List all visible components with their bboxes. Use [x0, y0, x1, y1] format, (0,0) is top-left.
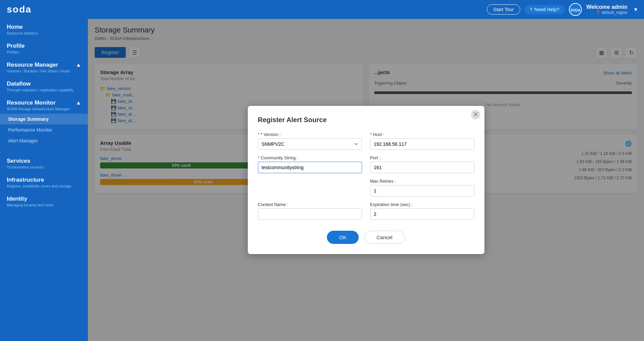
soda-brand-logo: SODA: [569, 3, 582, 16]
register-alert-source-modal: ✕ Register Alert Source * * Version : SN…: [248, 106, 484, 254]
host-input[interactable]: [370, 138, 474, 150]
header: soda Start Tour ? Need Help? SODA Welcom…: [0, 0, 644, 19]
header-actions: Start Tour ? Need Help? SODA Welcome adm…: [487, 3, 637, 16]
modal-overlay: ✕ Register Alert Source * * Version : SN…: [88, 19, 644, 341]
community-string-input[interactable]: [258, 162, 362, 173]
sidebar-item-identity[interactable]: Identity Managing tenants and users: [0, 191, 88, 210]
user-menu-chevron[interactable]: ▾: [634, 6, 637, 13]
sidebar-item-dataflow[interactable]: Dataflow Through migration / replication…: [0, 76, 88, 95]
modal-actions: OK Cancel: [258, 231, 474, 244]
max-retries-group: Max Retries :: [370, 179, 474, 197]
sidebar-item-resource-monitor[interactable]: Resource Monitor ▲ SODA Storage Infrastr…: [0, 95, 88, 114]
community-string-group: * Community String :: [258, 155, 362, 173]
community-string-label: * Community String :: [258, 155, 362, 160]
host-label: * Host :: [370, 132, 474, 137]
port-label: Port :: [370, 155, 474, 160]
port-input[interactable]: [370, 162, 474, 173]
sidebar-item-infrastructure[interactable]: Infrastructure Regions, availability zon…: [0, 172, 88, 191]
expiration-time-input[interactable]: [370, 208, 474, 220]
user-info: Welcome admin 📍 default_region: [586, 4, 627, 15]
chevron-up-icon-2: ▲: [76, 100, 81, 106]
sidebar-item-resource-manager[interactable]: Resource Manager ▲ Volumes / Buckets / F…: [0, 57, 88, 76]
question-icon: ?: [530, 7, 532, 12]
sidebar-sub-item-performance-monitor[interactable]: Performance Monitor: [0, 124, 88, 135]
context-name-group: Context Name :: [258, 202, 362, 220]
version-label: * * Version :: [258, 132, 362, 137]
max-retries-spacer: [258, 179, 362, 197]
sidebar-item-services[interactable]: Services Orchestration services: [0, 153, 88, 172]
max-retries-label: Max Retries :: [370, 179, 474, 184]
expiration-time-label: Expiration time (sec) :: [370, 202, 474, 207]
modal-title: Register Alert Source: [258, 116, 474, 124]
sidebar-item-profile[interactable]: Profile Profiles: [0, 38, 88, 57]
chevron-up-icon: ▲: [76, 62, 81, 68]
svg-text:SODA: SODA: [571, 8, 580, 12]
modal-close-button[interactable]: ✕: [471, 110, 480, 119]
host-group: * Host :: [370, 132, 474, 150]
context-name-input[interactable]: [258, 208, 362, 220]
cancel-button[interactable]: Cancel: [364, 231, 405, 244]
need-help-button[interactable]: ? Need Help?: [524, 5, 565, 14]
version-select[interactable]: SNMPV2C SNMPV3 SNMPV1: [258, 138, 362, 150]
ok-button[interactable]: OK: [327, 231, 359, 244]
sidebar: Home Resource statistics Profile Profile…: [0, 19, 88, 341]
expiration-time-group: Expiration time (sec) :: [370, 202, 474, 220]
version-group: * * Version : SNMPV2C SNMPV3 SNMPV1: [258, 132, 362, 150]
port-group: Port :: [370, 155, 474, 173]
location-icon: 📍: [596, 10, 601, 15]
sidebar-item-home[interactable]: Home Resource statistics: [0, 19, 88, 38]
context-name-label: Context Name :: [258, 202, 362, 207]
sidebar-sub-item-storage-summary[interactable]: Storage Summary: [0, 114, 88, 124]
max-retries-input[interactable]: [370, 185, 474, 197]
sidebar-sub-item-alert-manager[interactable]: Alert Manager: [0, 135, 88, 146]
app-logo: soda: [7, 4, 31, 15]
start-tour-button[interactable]: Start Tour: [487, 4, 520, 15]
